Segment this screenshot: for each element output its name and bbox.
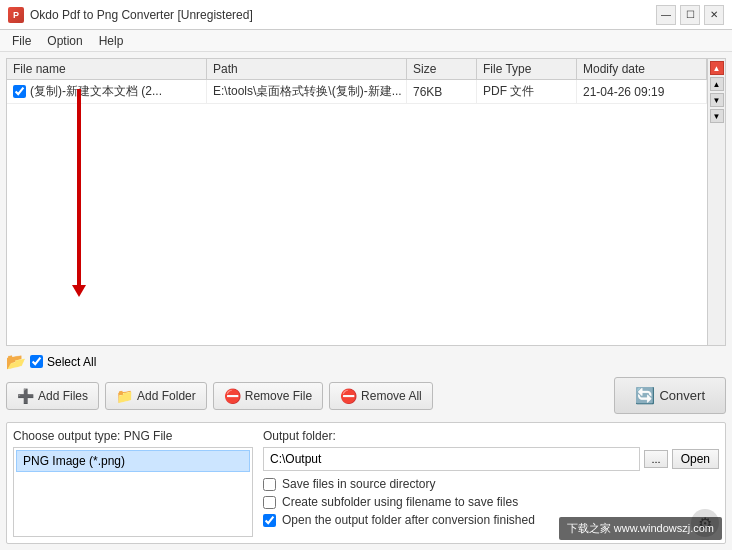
remove-file-label: Remove File [245, 389, 312, 403]
main-container: File name Path Size File Type Modify dat… [0, 52, 732, 550]
col-filename: File name [7, 59, 207, 79]
convert-button[interactable]: 🔄 Convert [614, 377, 726, 414]
folder-icon: 📂 [6, 352, 26, 371]
col-path: Path [207, 59, 407, 79]
title-bar-left: P Okdo Pdf to Png Converter [Unregistere… [8, 7, 253, 23]
window-title: Okdo Pdf to Png Converter [Unregistered] [30, 8, 253, 22]
annotation-arrow [77, 89, 81, 289]
convert-icon: 🔄 [635, 386, 655, 405]
scroll-bottom-button[interactable]: ▼ [710, 109, 724, 123]
table-row: (复制)-新建文本文档 (2... E:\tools\桌面格式转换\(复制)-新… [7, 80, 707, 104]
scroll-up-button[interactable]: ▲ [710, 77, 724, 91]
save-source-label: Save files in source directory [282, 477, 435, 491]
folder-row: ... Open [263, 447, 719, 471]
col-modifydate: Modify date [577, 59, 707, 79]
minimize-button[interactable]: — [656, 5, 676, 25]
table-body: (复制)-新建文本文档 (2... E:\tools\桌面格式转换\(复制)-新… [7, 80, 707, 342]
create-subfolder-label: Create subfolder using filename to save … [282, 495, 518, 509]
remove-all-label: Remove All [361, 389, 422, 403]
action-area: 📂 Select All ➕ Add Files 📁 Add Folder ⛔ … [6, 352, 726, 416]
filename-text: (复制)-新建文本文档 (2... [30, 83, 162, 100]
add-folder-label: Add Folder [137, 389, 196, 403]
output-folder-label: Output folder: [263, 429, 719, 443]
title-controls: — ☐ ✕ [656, 5, 724, 25]
watermark-text: 下载之家 www.windowszj.com [567, 522, 714, 534]
menu-option[interactable]: Option [39, 32, 90, 50]
remove-file-button[interactable]: ⛔ Remove File [213, 382, 323, 410]
menu-file[interactable]: File [4, 32, 39, 50]
menu-help[interactable]: Help [91, 32, 132, 50]
row-checkbox[interactable] [13, 85, 26, 98]
select-all-label: Select All [47, 355, 96, 369]
cell-size: 76KB [407, 80, 477, 103]
output-type-list[interactable]: PNG Image (*.png) [13, 447, 253, 537]
remove-file-icon: ⛔ [224, 388, 241, 404]
title-bar: P Okdo Pdf to Png Converter [Unregistere… [0, 0, 732, 30]
scrollbar-panel: ▲ ▲ ▼ ▼ [707, 59, 725, 345]
scroll-top-button[interactable]: ▲ [710, 61, 724, 75]
add-files-label: Add Files [38, 389, 88, 403]
create-subfolder-checkbox[interactable] [263, 496, 276, 509]
option-row-2: Create subfolder using filename to save … [263, 495, 719, 509]
select-all-checkbox[interactable] [30, 355, 43, 368]
save-source-checkbox[interactable] [263, 478, 276, 491]
output-type-panel: Choose output type: PNG File PNG Image (… [13, 429, 253, 537]
add-folder-icon: 📁 [116, 388, 133, 404]
add-files-button[interactable]: ➕ Add Files [6, 382, 99, 410]
watermark: 下载之家 www.windowszj.com [559, 517, 722, 540]
toolbar: ➕ Add Files 📁 Add Folder ⛔ Remove File ⛔… [6, 375, 726, 416]
close-button[interactable]: ✕ [704, 5, 724, 25]
open-button[interactable]: Open [672, 449, 719, 469]
col-filetype: File Type [477, 59, 577, 79]
cell-filename: (复制)-新建文本文档 (2... [7, 80, 207, 103]
convert-label: Convert [659, 388, 705, 403]
browse-button[interactable]: ... [644, 450, 667, 468]
remove-all-icon: ⛔ [340, 388, 357, 404]
app-icon: P [8, 7, 24, 23]
table-header: File name Path Size File Type Modify dat… [7, 59, 707, 80]
file-table: File name Path Size File Type Modify dat… [7, 59, 707, 345]
maximize-button[interactable]: ☐ [680, 5, 700, 25]
cell-modifydate: 21-04-26 09:19 [577, 80, 707, 103]
folder-path-input[interactable] [263, 447, 640, 471]
scroll-down-button[interactable]: ▼ [710, 93, 724, 107]
output-type-label: Choose output type: PNG File [13, 429, 253, 443]
add-files-icon: ➕ [17, 388, 34, 404]
cell-filetype: PDF 文件 [477, 80, 577, 103]
add-folder-button[interactable]: 📁 Add Folder [105, 382, 207, 410]
cell-path: E:\tools\桌面格式转换\(复制)-新建... [207, 80, 407, 103]
open-folder-checkbox[interactable] [263, 514, 276, 527]
option-row-1: Save files in source directory [263, 477, 719, 491]
menu-bar: File Option Help [0, 30, 732, 52]
select-all-area: 📂 Select All [6, 352, 96, 371]
open-folder-label: Open the output folder after conversion … [282, 513, 535, 527]
col-size: Size [407, 59, 477, 79]
output-type-item[interactable]: PNG Image (*.png) [16, 450, 250, 472]
remove-all-button[interactable]: ⛔ Remove All [329, 382, 433, 410]
file-list-area: File name Path Size File Type Modify dat… [6, 58, 726, 346]
